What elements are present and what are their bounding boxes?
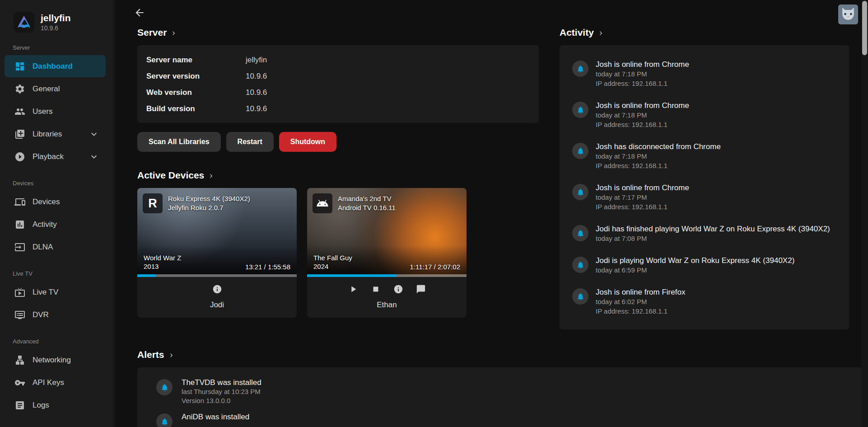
activity-title: Jodi is playing World War Z on Roku Expr… xyxy=(596,256,794,265)
bell-icon xyxy=(576,292,585,301)
activity-title: Josh is online from Chrome xyxy=(596,183,689,192)
sidebar-item-label: Live TV xyxy=(33,288,58,297)
activity-title: Josh is online from Firefox xyxy=(596,287,685,297)
sidebar-item-live-tv[interactable]: Live TV xyxy=(5,281,106,303)
server-section-heading[interactable]: Server xyxy=(137,27,177,38)
activity-title: Josh is online from Chrome xyxy=(596,60,689,69)
input-icon xyxy=(14,242,25,253)
bell-icon xyxy=(576,106,585,114)
stop-button[interactable] xyxy=(370,283,382,295)
server-name-value: jellyfin xyxy=(246,56,267,65)
sidebar-item-activity[interactable]: Activity xyxy=(5,213,106,235)
sidebar-item-label: General xyxy=(33,84,60,94)
now-playing-info: The Fall Guy 2024 xyxy=(313,253,352,271)
sidebar-item-playback[interactable]: Playback xyxy=(5,145,106,168)
send-message-button[interactable] xyxy=(415,283,427,295)
sidebar-item-users[interactable]: Users xyxy=(5,100,106,122)
chevron-right-icon xyxy=(168,352,175,359)
activity-item: Josh is online from Chrome today at 7:17… xyxy=(572,177,840,218)
chevron-right-icon xyxy=(170,29,177,37)
alerts-heading[interactable]: Alerts xyxy=(137,349,175,360)
playback-time: 1:11:17 / 2:07:02 xyxy=(410,263,460,271)
bell-icon xyxy=(576,229,585,238)
server-info-row: Web version 10.9.6 xyxy=(137,84,539,101)
users-icon xyxy=(14,106,25,117)
activity-ip: IP address: 192.168.1.1 xyxy=(596,161,721,170)
bell-icon xyxy=(160,418,169,426)
key-icon xyxy=(14,377,25,388)
nav-section-advanced: Advanced xyxy=(0,326,113,348)
session-info-button[interactable] xyxy=(392,283,404,295)
server-version-value: 10.9.6 xyxy=(246,72,267,81)
activity-heading[interactable]: Activity xyxy=(560,27,605,38)
sidebar-item-dvr[interactable]: DVR xyxy=(5,304,106,326)
app-name: jellyfin xyxy=(41,13,71,23)
scan-all-libraries-button[interactable]: Scan All Libraries xyxy=(137,132,221,152)
back-button[interactable] xyxy=(132,5,147,20)
sidebar-item-label: Playback xyxy=(33,152,64,161)
play-circle-icon xyxy=(14,151,25,162)
device-card-android-tv[interactable]: Amanda's 2nd TV Android TV 0.16.11 The F… xyxy=(307,188,467,318)
device-titles: Roku Express 4K (3940X2) Jellyfin Roku 2… xyxy=(168,193,250,213)
activity-time: today at 7:18 PM xyxy=(596,151,721,161)
nav-section-livetv: Live TV xyxy=(0,258,113,281)
sidebar-item-dashboard[interactable]: Dashboard xyxy=(5,55,106,77)
roku-icon: R xyxy=(143,193,163,213)
active-devices-heading[interactable]: Active Devices xyxy=(137,170,215,181)
user-avatar[interactable] xyxy=(838,5,858,24)
media-title: World War Z xyxy=(144,253,181,262)
media-year: 2024 xyxy=(313,262,352,271)
sidebar-item-networking[interactable]: Networking xyxy=(5,349,106,371)
alert-item: TheTVDB was installed last Thursday at 1… xyxy=(137,375,868,409)
sidebar-item-label: Dashboard xyxy=(33,62,73,71)
chevron-right-icon xyxy=(597,29,605,37)
device-card-roku[interactable]: R Roku Express 4K (3940X2) Jellyfin Roku… xyxy=(137,188,297,318)
jellyfin-dashboard: jellyfin 10.9.6 Server Dashboard General… xyxy=(0,0,868,427)
shutdown-button[interactable]: Shutdown xyxy=(279,132,336,152)
sidebar-item-devices[interactable]: Devices xyxy=(5,191,106,213)
left-column: Server Server name jellyfin Server versi… xyxy=(137,25,539,318)
server-actions: Scan All Libraries Restart Shutdown xyxy=(137,132,539,152)
network-icon xyxy=(14,355,25,366)
sidebar-item-logs[interactable]: Logs xyxy=(5,394,106,416)
nav-section-devices: Devices xyxy=(0,168,113,190)
sidebar-item-general[interactable]: General xyxy=(5,78,106,100)
activity-ip: IP address: 192.168.1.1 xyxy=(596,202,689,211)
sidebar-item-label: Activity xyxy=(33,220,57,229)
nav-section-server: Server xyxy=(0,33,113,55)
play-pause-button[interactable] xyxy=(347,283,359,295)
server-info-row: Build version 10.9.6 xyxy=(137,101,539,117)
activity-item: Josh has disconnected from Chrome today … xyxy=(572,136,840,177)
playback-progress-bar xyxy=(307,274,467,277)
info-icon xyxy=(212,284,222,294)
device-titles: Amanda's 2nd TV Android TV 0.16.11 xyxy=(338,193,396,213)
activity-ip: IP address: 192.168.1.1 xyxy=(596,79,689,88)
activity-title: Jodi has finished playing World War Z on… xyxy=(596,224,830,234)
sidebar-item-dlna[interactable]: DLNA xyxy=(5,236,106,258)
topbar xyxy=(116,0,868,25)
alert-time: last Thursday at 10:23 PM xyxy=(182,387,261,396)
bell-icon xyxy=(576,147,585,155)
app-identity: jellyfin 10.9.6 xyxy=(41,13,71,32)
session-info-button[interactable] xyxy=(211,283,223,295)
sidebar: jellyfin 10.9.6 Server Dashboard General… xyxy=(0,0,113,427)
playback-time: 13:21 / 1:55:58 xyxy=(245,263,290,271)
device-name: Amanda's 2nd TV xyxy=(338,194,396,203)
restart-button[interactable]: Restart xyxy=(226,132,274,152)
gear-icon xyxy=(14,84,25,94)
playback-progress-bar xyxy=(137,274,297,277)
bar-chart-icon xyxy=(14,219,25,230)
media-year: 2013 xyxy=(144,262,181,271)
device-card-footer: Jodi xyxy=(137,277,297,318)
sidebar-item-libraries[interactable]: Libraries xyxy=(5,123,106,145)
sidebar-item-label: Libraries xyxy=(33,130,62,139)
activity-item: Josh is online from Chrome today at 7:18… xyxy=(572,53,840,94)
build-version-value: 10.9.6 xyxy=(246,104,267,113)
alert-title: AniDB was installed xyxy=(182,413,249,422)
activity-panel: Josh is online from Chrome today at 7:18… xyxy=(560,45,849,329)
sidebar-item-label: DVR xyxy=(33,310,49,319)
page-scrollbar-thumb[interactable] xyxy=(862,1,867,55)
sidebar-item-api-keys[interactable]: API Keys xyxy=(5,371,106,394)
logs-icon xyxy=(14,400,25,411)
activity-ip: IP address: 192.168.1.1 xyxy=(596,120,689,129)
